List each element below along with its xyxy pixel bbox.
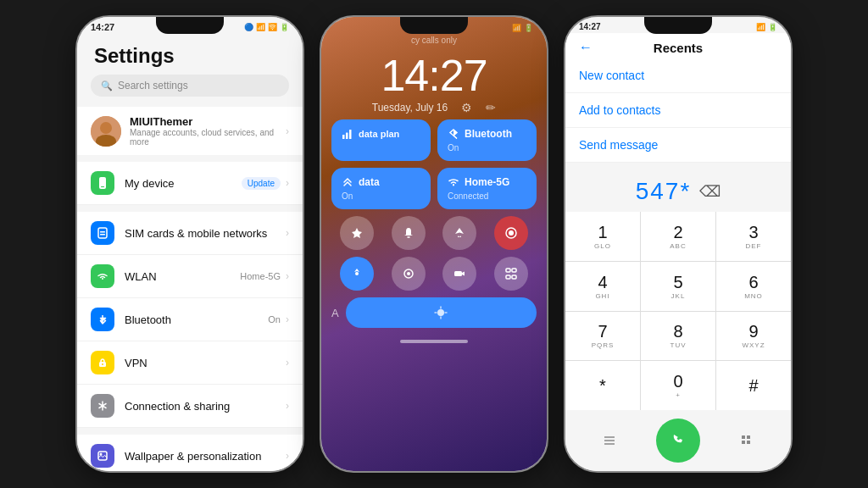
- dialpad-icon-btn[interactable]: [594, 425, 625, 456]
- svg-rect-34: [454, 271, 462, 276]
- vpn-item[interactable]: VPN ›: [77, 341, 303, 385]
- svg-rect-36: [512, 269, 516, 272]
- sim-icon: [91, 221, 114, 245]
- wifi-tile-label: Home-5G: [465, 176, 509, 188]
- sim-text: SIM cards & mobile networks: [125, 227, 275, 240]
- sim-item[interactable]: SIM cards & mobile networks ›: [77, 212, 303, 255]
- key-1[interactable]: 1GLO: [565, 212, 640, 261]
- dialer-time: 14:27: [579, 22, 601, 31]
- battery-icon: 🔋: [280, 23, 289, 31]
- data-plan-tile[interactable]: data plan: [331, 119, 431, 161]
- data-plan-label: data plan: [359, 129, 399, 139]
- my-device-item[interactable]: My device Update ›: [77, 162, 303, 205]
- key-4[interactable]: 4GHI: [565, 262, 640, 311]
- chevron-icon: ›: [286, 227, 289, 239]
- wlan-text: WLAN: [125, 270, 230, 283]
- bluetooth-text: Bluetooth: [125, 313, 258, 326]
- key-6-letters: MNO: [744, 292, 763, 300]
- svg-point-1: [100, 122, 112, 134]
- divider: [77, 205, 303, 212]
- lock-date-text: Tuesday, July 16: [372, 102, 448, 114]
- key-0[interactable]: 0+: [641, 361, 715, 410]
- svg-rect-48: [747, 435, 750, 439]
- battery-icon: 🔋: [768, 23, 777, 31]
- profile-item[interactable]: MIUIThemer Manage accounts, cloud servic…: [77, 107, 303, 155]
- svg-line-16: [104, 404, 106, 405]
- my-device-icon: [91, 171, 114, 195]
- home-indicator: [400, 340, 468, 343]
- key-star-number: *: [599, 376, 606, 396]
- settings-content: Settings 🔍 Search settings MIUIThemer Ma…: [77, 34, 303, 471]
- bell-btn[interactable]: [392, 216, 426, 250]
- connection-item[interactable]: Connection & sharing ›: [77, 385, 303, 428]
- svg-rect-4: [101, 186, 104, 187]
- key-5[interactable]: 5JKL: [641, 262, 715, 311]
- calls-only-text: cy calls only: [321, 34, 547, 47]
- wallpaper-label: Wallpaper & personalization: [125, 450, 275, 463]
- brightness-slider[interactable]: [346, 297, 537, 328]
- svg-rect-35: [506, 269, 510, 272]
- wallpaper-icon: [91, 444, 114, 468]
- key-3[interactable]: 3DEF: [716, 212, 791, 261]
- search-bar[interactable]: 🔍 Search settings: [91, 75, 289, 97]
- battery-icon: 🔋: [524, 24, 533, 32]
- key-3-letters: DEF: [746, 242, 762, 250]
- connection-icon: [91, 394, 114, 418]
- call-button[interactable]: [656, 419, 700, 463]
- svg-rect-6: [100, 231, 105, 233]
- chevron-icon: ›: [286, 400, 289, 412]
- profile-text: MIUIThemer Manage accounts, cloud servic…: [130, 115, 277, 147]
- bluetooth-item[interactable]: Bluetooth On ›: [77, 298, 303, 341]
- svg-line-14: [104, 407, 106, 408]
- dialer-phone: 14:27 📶 🔋 ← Recents New contact Add to c…: [564, 15, 793, 473]
- location-btn[interactable]: [340, 257, 374, 291]
- sim-label: SIM cards & mobile networks: [125, 227, 275, 240]
- key-hash[interactable]: #: [716, 361, 791, 410]
- key-2[interactable]: 2ABC: [641, 212, 715, 261]
- notch: [400, 17, 468, 34]
- dnd-btn[interactable]: [494, 216, 528, 250]
- key-2-number: 2: [673, 223, 682, 242]
- key-star[interactable]: *: [565, 361, 640, 410]
- key-5-letters: JKL: [671, 292, 686, 300]
- dialer-bottom: [565, 410, 791, 471]
- key-9[interactable]: 9WXYZ: [716, 312, 791, 361]
- svg-point-31: [355, 272, 359, 275]
- back-button[interactable]: ←: [579, 40, 593, 55]
- key-9-letters: WXYZ: [742, 341, 765, 349]
- wifi-tile[interactable]: Home-5G Connected: [437, 168, 537, 209]
- flashlight-btn[interactable]: [340, 216, 374, 250]
- key-6[interactable]: 6MNO: [716, 262, 791, 311]
- data-tile[interactable]: data On: [331, 168, 431, 209]
- settings-icon[interactable]: ⚙: [461, 101, 472, 114]
- add-to-contacts-item[interactable]: Add to contacts: [565, 93, 791, 128]
- control-tiles: data plan Bluetooth On data On: [331, 119, 537, 209]
- grid-icon-btn[interactable]: [732, 425, 762, 456]
- wallpaper-item[interactable]: Wallpaper & personalization ›: [77, 435, 303, 471]
- portrait-btn[interactable]: [392, 257, 426, 291]
- key-4-letters: GHI: [595, 292, 609, 300]
- key-1-number: 1: [598, 223, 607, 242]
- svg-line-15: [99, 407, 101, 408]
- dialer-title: Recents: [603, 41, 754, 55]
- expand-btn[interactable]: [494, 257, 528, 291]
- chevron-icon: ›: [286, 313, 289, 325]
- key-hash-number: #: [748, 376, 758, 396]
- edit-icon[interactable]: ✏: [486, 101, 496, 114]
- video-btn[interactable]: [442, 257, 476, 291]
- bluetooth-tile[interactable]: Bluetooth On: [437, 119, 537, 161]
- key-8[interactable]: 8TUV: [641, 312, 715, 361]
- backspace-button[interactable]: ⌫: [699, 182, 721, 201]
- chevron-icon: ›: [286, 125, 289, 137]
- key-7[interactable]: 7PQRS: [565, 312, 640, 361]
- svg-rect-37: [506, 275, 510, 279]
- airplane-btn[interactable]: [442, 216, 476, 250]
- send-message-item[interactable]: Send message: [565, 128, 791, 163]
- key-8-letters: TUV: [670, 341, 687, 349]
- wifi-icon: 🛜: [268, 23, 277, 31]
- new-contact-item[interactable]: New contact: [565, 58, 791, 93]
- notch: [644, 17, 712, 34]
- vpn-icon: [91, 351, 114, 374]
- key-3-number: 3: [748, 223, 758, 242]
- wlan-item[interactable]: WLAN Home-5G ›: [77, 255, 303, 298]
